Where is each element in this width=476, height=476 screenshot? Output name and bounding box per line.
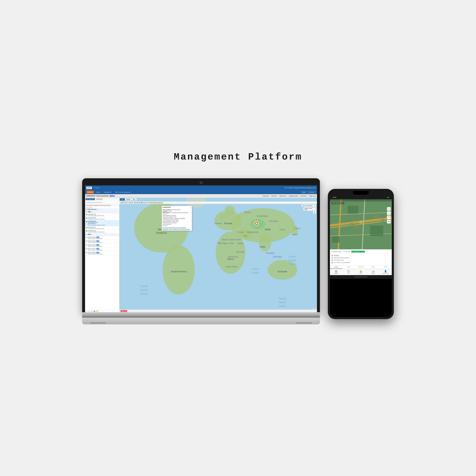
phone-nav-report[interactable]: 📊 Report (367, 269, 379, 275)
sidebar-group-default[interactable]: ▶ Default group (0) (85, 208, 119, 210)
vehicle-id-active[interactable]: G28050628326 (88, 221, 105, 222)
vehicle-id-2[interactable]: G28050628086 (88, 217, 105, 219)
vehicle-id-4[interactable]: G28050640180 (88, 230, 105, 231)
regional-vehicle-box[interactable]: Regional vehicle range (303, 207, 313, 211)
gps-username: Hi, YCJ223 | [ Password Service provider… (285, 187, 316, 189)
popup-close-icon[interactable]: ✕ (190, 207, 191, 208)
wireless-badge-1: 100 (96, 237, 99, 238)
wireless-info-4: G29051189757 100 Offline (1 Day3 Hour38 … (88, 248, 102, 251)
range-label: range (304, 209, 312, 210)
target-name-checkbox[interactable] (307, 195, 309, 197)
wireless-id-3[interactable]: G29051173330 (88, 244, 96, 246)
phone-map-zoom-in[interactable]: + (387, 207, 391, 211)
phone-map-layers[interactable]: 🗺 (387, 220, 391, 223)
phone-notch (353, 191, 369, 195)
phone-nav-list[interactable]: 📋 List (342, 269, 355, 275)
popup-more-btn[interactable]: More▼ (187, 229, 190, 230)
popup-device-info-btn[interactable]: Device Info (181, 229, 186, 230)
popup-device-number-label: Device number: (163, 209, 171, 210)
nav-monitor-btn[interactable]: Monitor (86, 191, 94, 194)
nav-customer-btn[interactable]: Customer (308, 191, 316, 193)
popup-tracking-btn[interactable]: Tracking (169, 229, 173, 230)
nav-report-btn[interactable]: Report (94, 191, 102, 194)
sidebar-group-vehicles[interactable]: ▼ 车辆 (5) (85, 210, 119, 213)
wireless-id-2[interactable]: G29051143424 (88, 240, 96, 242)
alarm-tab[interactable]: Alarm (0) (120, 310, 127, 312)
fullscreen-checkbox-label[interactable]: Full Screen (299, 195, 306, 197)
nav-management-btn[interactable]: Management (102, 191, 113, 194)
fullscreen-label: Full Screen (301, 195, 306, 197)
map-tab-satellite[interactable]: Satellite (125, 198, 132, 201)
svg-text:Russia: Russia (244, 211, 251, 214)
svg-text:South Africa: South Africa (226, 266, 238, 268)
popup-power-row: Main power voltage:24.8(V) (163, 216, 191, 218)
panoramic-checkbox-label[interactable]: Panoramic (261, 195, 269, 197)
zoom-in-btn[interactable]: + (313, 204, 316, 207)
svg-text:Asia: Asia (265, 228, 271, 231)
wireless-id-5[interactable]: G29051190862 (88, 252, 96, 253)
trajectory-checkbox-label[interactable]: Trajectory Model (287, 195, 298, 197)
wireless-status-2: Offline (1 Day3 Hour38 Minute) (88, 242, 102, 243)
gps-content: My Target (10) Attention(0) All (10) Onl… (85, 198, 317, 312)
phone-tab-command[interactable]: Command (355, 266, 367, 269)
phone-tab-more[interactable]: More (379, 266, 392, 269)
my-target-tab[interactable]: My Target (10) (85, 198, 95, 200)
map-tab-map[interactable]: Map (120, 198, 125, 201)
world-map[interactable]: North America South America Africa Asia … (119, 198, 317, 312)
phone-tab-location[interactable]: Location (330, 266, 342, 269)
show-poi-checkbox-label[interactable]: Show POI (270, 195, 277, 197)
target-name-checkbox-label[interactable]: Target name (307, 195, 316, 197)
show-fence-checkbox[interactable] (278, 195, 279, 197)
wireless-id-4[interactable]: G29051189757 (88, 248, 96, 249)
show-poi-checkbox[interactable] (270, 195, 271, 197)
zoom-reset-btn[interactable]: ⊕ (313, 211, 316, 214)
phone-nav-user[interactable]: 👤 User Center (379, 269, 392, 275)
panoramic-checkbox[interactable] (261, 195, 263, 197)
road-traffic-box[interactable]: Open the road traffic (302, 204, 313, 207)
map-zoom-level: 206 (313, 308, 316, 310)
offline-dot-2 (86, 240, 87, 241)
popup-acc-val: ACC:On (163, 213, 167, 215)
wireless-badge-2: 100 (96, 240, 99, 242)
phone-map-locate[interactable]: 📍 (387, 216, 391, 219)
fullscreen-checkbox[interactable] (299, 195, 300, 197)
svg-text:Turkey: Turkey (237, 231, 244, 233)
user-nav-label: User Center (382, 273, 389, 274)
phone-nav-home[interactable]: 🏠 Home (330, 269, 342, 275)
laptop-foot-left (90, 322, 106, 323)
vehicle-search-input[interactable] (85, 201, 119, 204)
phone-map-zoom-out[interactable]: − (387, 211, 391, 215)
popup-zoom-btn[interactable]: Zoom (178, 229, 180, 230)
show-poi-label: Show POI (272, 195, 277, 197)
phone-tab-trace[interactable]: Trace (342, 266, 355, 269)
svg-text:Kazakhstan: Kazakhstan (257, 215, 269, 217)
phone-tab-detail[interactable]: Detail (367, 266, 379, 269)
wireless-id-1[interactable]: G29051166820 (88, 237, 96, 238)
nav-target-btn[interactable]: Target (301, 191, 307, 193)
zoom-out-btn[interactable]: − (313, 208, 316, 210)
sidebar-group-wireless[interactable]: ▼ 无线 (5) (85, 233, 119, 236)
popup-playback-btn[interactable]: Playback (173, 229, 177, 230)
popup-control-panel-btn[interactable]: Control Panel (163, 227, 169, 228)
svg-point-33 (239, 229, 252, 239)
popup-gprs-label: GPRS status: (163, 212, 170, 213)
popup-a-key-btn[interactable]: A key fortification (178, 227, 186, 228)
popup-relevance-fence-btn[interactable]: Relevance Fence (169, 227, 177, 228)
phone-map-overlay: 869075850628326 (330, 199, 392, 207)
vehicle-id-3[interactable]: G28050633727 (88, 227, 104, 228)
popup-streetscape-btn[interactable]: Streetscape (163, 229, 168, 230)
svg-text:Australia: Australia (278, 270, 287, 273)
svg-text:Africa: Africa (227, 258, 234, 260)
nav-risk-btn[interactable]: Risk Control management (114, 191, 132, 194)
vehicle-id-1[interactable]: G28050627708 (88, 214, 104, 215)
phone-map[interactable]: 869075850628326 + − 📍 🗺 (330, 199, 392, 249)
map-tab-bing[interactable]: Bing (132, 198, 136, 201)
sidebar-count-bar: All (10) Online (5) Offline (3) Unused (… (85, 204, 119, 206)
trajectory-checkbox[interactable] (287, 195, 289, 197)
phone-nav-alarm[interactable]: 🔔 Alarm (355, 269, 367, 275)
wireless-row-3: G29051173330 100 (88, 244, 102, 246)
sidebar: My Target (10) Attention(0) All (10) Onl… (85, 198, 119, 312)
show-fence-checkbox-label[interactable]: Show Fence (278, 195, 286, 197)
popup-advanced-btn[interactable]: Advanced (163, 225, 191, 226)
attention-tab[interactable]: Attention(0) (95, 198, 103, 200)
